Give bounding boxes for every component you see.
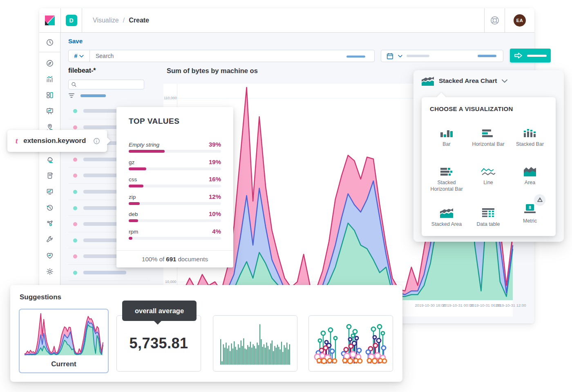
top-value-label: deb [129,211,138,217]
top-value-label: zip [129,194,136,200]
field-search-box[interactable] [68,80,144,89]
bar-chart-icon [440,124,453,138]
suggestions-title: Suggestions [20,293,61,301]
search-icon [71,82,77,87]
management-gear-icon[interactable] [45,267,54,276]
top-value-label: gz [129,159,134,165]
breadcrumb: Visualize / Create [82,8,484,32]
viz-option-bar[interactable]: Bar [426,118,467,157]
metric-value: 5,735.81 [129,335,188,352]
search-input[interactable] [90,53,374,59]
horizontal-bar-chart-icon [482,124,494,138]
chevron-down-icon [502,79,507,83]
top-value-percent: 12% [209,193,221,200]
viz-option-stacked-area[interactable]: Stacked Area [426,198,467,236]
field-type-dot [73,206,77,210]
space-switcher[interactable]: D [61,8,82,32]
graph-icon[interactable] [45,219,54,228]
viz-options-grid: Bar Horizontal Bar Stacked Bar Stacked H… [426,118,551,236]
top-value-item: Empty string39% [129,141,221,153]
visualize-chart-icon[interactable] [45,75,54,84]
viz-option-label: Horizontal Bar [472,141,504,147]
save-button[interactable]: Save [68,38,83,45]
field-type-dot [73,254,77,258]
logs-cloud-icon[interactable] [45,155,54,164]
query-language-selector[interactable]: # [69,50,90,62]
popup-notch [437,93,446,102]
viz-option-data-table[interactable]: Data table [467,198,509,236]
viz-option-metric[interactable]: 8 Metric [509,198,551,236]
suggestions-panel: Suggestions Current overall average 5,73… [10,285,402,382]
index-pattern-title[interactable]: filebeat-* [68,67,96,74]
help-ring-icon [490,16,500,25]
top-values-footer: 100% of 691 documents [116,250,233,267]
field-type-dot [73,271,77,275]
top-value-percent: 19% [209,158,221,165]
discover-compass-icon[interactable] [45,59,54,68]
suggestion-metric-card[interactable]: 5,735.81 [116,315,201,372]
top-value-bar-track [129,237,221,240]
top-value-bar-track [129,185,221,187]
suggestion-current-card[interactable]: Current [19,309,109,373]
uptime-icon[interactable] [45,203,54,212]
viz-trigger-label: Stacked Area Chart [439,77,497,85]
viz-option-stacked-bar[interactable]: Stacked Bar [509,118,551,157]
warning-triangle-icon [537,197,543,202]
canvas-icon[interactable] [45,107,54,116]
date-redacted-text [407,55,429,57]
field-type-dot [73,125,77,129]
filter-redacted-label [80,94,106,97]
viz-picker-popup: CHOOSE A VISUALIZATION Bar Horizontal Ba… [422,97,556,236]
top-value-bar [129,185,143,187]
viz-option-label: Data table [477,221,500,227]
warning-badge [534,194,545,205]
chart-title: Sum of bytes by machine os [167,67,258,75]
viz-option-stacked-horizontal-bar[interactable]: Stacked Horizontal Bar [426,157,467,198]
query-redacted-text [346,56,365,58]
info-icon[interactable] [93,137,101,145]
viz-option-area[interactable]: Area [509,157,551,198]
viz-type-trigger[interactable]: Stacked Area Chart [422,76,507,86]
tooltip-text: overall average [135,307,184,315]
apm-icon[interactable] [45,187,54,196]
suggestion-scatter-card[interactable] [308,315,393,372]
x-tick-2: 2019-10-31 00:00 [442,303,473,307]
field-filter-row [68,92,144,99]
top-header: D Visualize / Create EA [39,8,534,33]
help-button[interactable] [484,8,505,32]
stacked-area-mini-icon [422,76,434,86]
refresh-submit-button[interactable] [510,49,551,62]
current-label: Current [20,360,108,368]
field-name-tooltip: t extension.keyword [7,130,107,152]
top-value-bar [129,202,140,205]
viz-picker-panel: Stacked Area Chart CHOOSE A VISUALIZATIO… [413,70,564,242]
top-value-item: rpm4% [129,228,221,240]
field-type-letter: t [16,136,18,145]
dev-tools-wrench-icon[interactable] [45,235,54,244]
viz-option-horizontal-bar[interactable]: Horizontal Bar [467,118,509,157]
top-value-percent: 39% [209,141,221,148]
viz-option-label: Stacked Bar [516,141,544,147]
filter-icon[interactable] [68,93,75,98]
top-value-bar-track [129,167,221,170]
top-value-label: rpm [129,229,138,235]
monitoring-heartbeat-icon[interactable] [45,251,54,260]
date-picker[interactable] [381,50,503,62]
x-tick-4: 2019-10-31 12:00 [495,303,526,307]
metric-base-bar [524,212,536,213]
query-bar: # [68,50,375,62]
user-menu[interactable]: EA [505,8,534,32]
clock-icon[interactable] [45,38,54,47]
top-value-bar [129,237,132,240]
suggestion-histogram-card[interactable] [213,315,297,372]
top-value-bar-track [129,202,221,205]
viz-option-label: Stacked Horizontal Bar [426,179,467,193]
kibana-logo[interactable] [39,8,61,32]
field-type-dot [73,190,77,194]
viz-option-line[interactable]: Line [467,157,509,198]
breadcrumb-visualize[interactable]: Visualize [93,17,119,24]
field-name-label: extension.keyword [23,137,87,145]
field-type-dot [73,174,77,178]
infrastructure-scroll-icon[interactable] [45,171,54,180]
dashboard-icon[interactable] [45,91,54,100]
